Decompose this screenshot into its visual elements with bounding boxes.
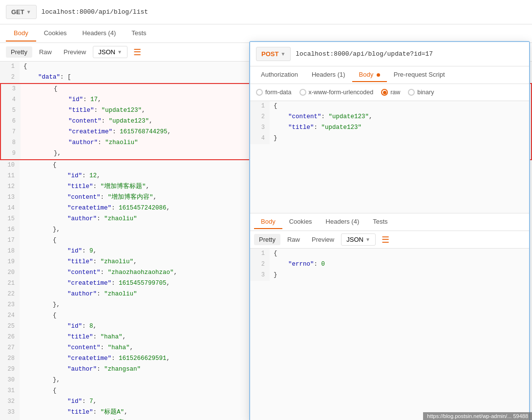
json-label: JSON	[98, 48, 115, 56]
line-number: 7	[1, 127, 21, 138]
overlay-top: POST ▼	[250, 42, 529, 66]
line-number: 6	[1, 116, 21, 127]
radio-raw[interactable]: raw	[381, 89, 400, 96]
line-number: 20	[0, 268, 20, 278]
response-tab-tests[interactable]: Tests	[366, 215, 394, 229]
overlay-chevron-icon: ▼	[280, 51, 285, 57]
overlay-tab-authorization[interactable]: Authorization	[254, 68, 305, 82]
line-number: 27	[0, 343, 20, 354]
overlay-tab-prerequest[interactable]: Pre-request Script	[387, 68, 452, 82]
code-line: 3 "title": "update123"	[250, 123, 529, 133]
response-tab-body[interactable]: Body	[254, 215, 282, 229]
response-preview-button[interactable]: Preview	[307, 234, 339, 245]
line-number: 17	[0, 235, 20, 246]
radio-urlencoded[interactable]: x-www-form-urlencoded	[299, 89, 374, 96]
radio-circle-urlencoded	[299, 89, 306, 96]
radio-circle-binary	[408, 89, 415, 96]
line-number: 28	[0, 354, 20, 364]
overlay-request-code[interactable]: 1{2 "content": "update123",3 "title": "u…	[250, 101, 529, 213]
line-number: 2	[250, 112, 270, 123]
line-content: }	[270, 270, 529, 281]
overlay-url-input[interactable]	[296, 50, 523, 58]
chevron-down-icon: ▼	[26, 9, 31, 15]
code-line: 4}	[250, 133, 529, 144]
radio-binary[interactable]: binary	[408, 89, 434, 96]
line-number: 8	[1, 138, 21, 148]
code-line: 2 "content": "update123",	[250, 112, 529, 123]
line-number: 12	[0, 182, 20, 192]
radio-circle-form-data	[256, 89, 263, 96]
url-input[interactable]	[42, 8, 526, 16]
line-number: 34	[0, 418, 20, 420]
line-number: 31	[0, 386, 20, 397]
response-tab-headers[interactable]: Headers (4)	[319, 215, 366, 229]
response-tabs: Body Cookies Headers (4) Tests	[250, 213, 529, 231]
line-number: 33	[0, 407, 20, 418]
method-text: GET	[11, 8, 24, 16]
bottom-status: https://blog.postsin.net/wp-admin/... 59…	[423, 412, 532, 420]
line-number: 3	[250, 123, 270, 133]
tab-headers[interactable]: Headers (4)	[75, 25, 124, 42]
line-number: 11	[0, 171, 20, 182]
line-number: 32	[0, 397, 20, 407]
code-line: 3}	[250, 270, 529, 281]
line-number: 10	[0, 160, 20, 171]
response-code-area[interactable]: 1{2 "errno": 03}	[250, 249, 529, 420]
line-number: 13	[0, 192, 20, 203]
response-wrap-icon[interactable]: ☰	[382, 234, 389, 245]
line-number: 1	[250, 101, 270, 112]
line-number: 26	[0, 332, 20, 343]
line-number: 30	[0, 375, 20, 386]
pretty-button[interactable]: Pretty	[6, 46, 32, 58]
overlay-tab-body[interactable]: Body	[352, 68, 387, 82]
line-number: 29	[0, 364, 20, 375]
response-pretty-button[interactable]: Pretty	[254, 234, 280, 245]
line-number: 3	[1, 84, 21, 95]
overlay-tab-headers[interactable]: Headers (1)	[305, 68, 352, 82]
line-number: 4	[1, 95, 21, 105]
response-json-select[interactable]: JSON ▼	[341, 233, 376, 246]
line-number: 5	[1, 105, 21, 116]
overlay-method-text: POST	[261, 50, 278, 58]
tab-cookies[interactable]: Cookies	[36, 25, 75, 42]
overlay-panel: POST ▼ Authorization Headers (1) Body Pr…	[249, 41, 530, 420]
preview-button[interactable]: Preview	[59, 46, 91, 58]
overlay-tabs: Authorization Headers (1) Body Pre-reque…	[250, 66, 529, 84]
line-content: "errno": 0	[270, 259, 529, 270]
line-content: "content": "update123",	[270, 112, 529, 123]
response-format-bar: Pretty Raw Preview JSON ▼ ☰	[250, 231, 529, 249]
tab-body[interactable]: Body	[6, 25, 36, 42]
code-line: 1{	[250, 101, 529, 112]
line-number: 3	[250, 270, 270, 281]
line-number: 22	[0, 289, 20, 300]
response-tab-cookies[interactable]: Cookies	[282, 215, 319, 229]
radio-circle-raw	[381, 89, 388, 96]
line-number: 1	[250, 249, 270, 259]
line-number: 25	[0, 321, 20, 332]
tab-tests[interactable]: Tests	[124, 25, 154, 42]
line-number: 23	[0, 300, 20, 311]
response-raw-button[interactable]: Raw	[282, 234, 305, 245]
overlay-method-selector[interactable]: POST ▼	[256, 47, 291, 61]
main-container: GET ▼ Body Cookies Headers (4) Tests Pre…	[0, 0, 532, 420]
top-bar: GET ▼	[0, 0, 532, 24]
code-line: 1{	[250, 249, 529, 259]
line-content: {	[270, 101, 529, 112]
line-number: 24	[0, 311, 20, 321]
response-panel: Body Cookies Headers (4) Tests Pretty Ra…	[250, 213, 529, 420]
radio-bar: form-data x-www-form-urlencoded raw bina…	[250, 84, 529, 101]
json-select[interactable]: JSON ▼	[93, 46, 128, 58]
line-number: 21	[0, 278, 20, 289]
line-content: {	[270, 249, 529, 259]
method-selector[interactable]: GET ▼	[6, 5, 37, 19]
line-number: 2	[250, 259, 270, 270]
radio-form-data[interactable]: form-data	[256, 89, 292, 96]
wrap-icon[interactable]: ☰	[133, 47, 141, 58]
line-number: 14	[0, 203, 20, 214]
code-line: 2 "errno": 0	[250, 259, 529, 270]
line-number: 18	[0, 246, 20, 257]
response-json-label: JSON	[346, 236, 363, 243]
line-number: 2	[0, 72, 20, 83]
raw-button[interactable]: Raw	[34, 46, 57, 58]
line-number: 9	[1, 148, 21, 159]
